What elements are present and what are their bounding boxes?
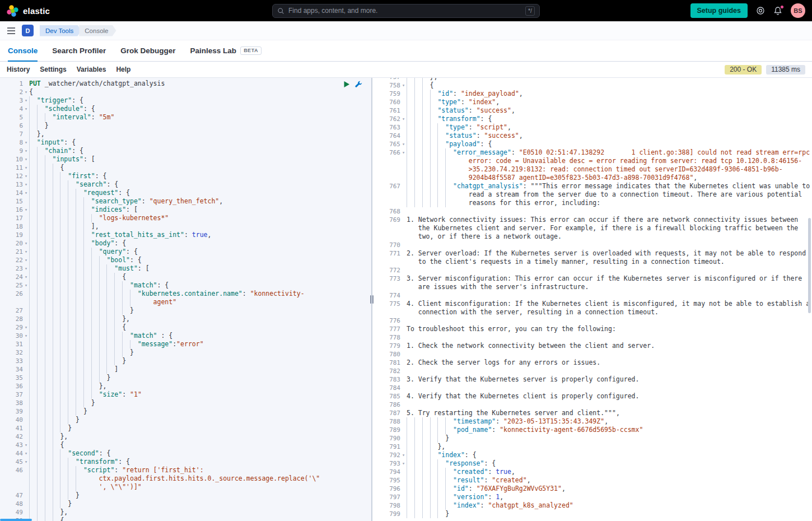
line-number: 766▾ (375, 148, 407, 157)
code-line: 788▾"timestamp": "2023-05-13T15:35:43.34… (375, 417, 812, 426)
line-number: 788▾ (375, 417, 407, 426)
line-number: 22▾ (3, 256, 29, 264)
tab-painless-lab[interactable]: Painless LabBETA (190, 40, 262, 62)
line-number: 784▾ (375, 384, 407, 392)
fold-toggle-icon[interactable]: ▾ (23, 332, 29, 340)
line-number: 39▾ (3, 407, 29, 416)
toolbar-link-history[interactable]: History (7, 66, 30, 73)
code-line: 24▾{ (3, 273, 371, 281)
console-editor: 1▾PUT _watcher/watch/chatgpt_analysis2▾{… (0, 77, 812, 521)
code-line: 797▾"version": 1, (375, 493, 812, 501)
fold-toggle-icon[interactable]: ▾ (400, 451, 407, 459)
fold-toggle-icon[interactable]: ▾ (23, 256, 29, 264)
line-number: 775▾ (375, 300, 407, 308)
fold-toggle-icon[interactable]: ▾ (23, 164, 29, 172)
fold-toggle-icon[interactable]: ▾ (23, 441, 29, 449)
resizer-handle-icon[interactable] (370, 295, 374, 304)
fold-toggle-icon[interactable]: ▾ (23, 96, 29, 105)
deployment-badge[interactable]: D (22, 25, 34, 36)
fold-toggle-icon[interactable]: ▾ (23, 138, 29, 147)
elastic-home-link[interactable]: elastic (7, 5, 50, 17)
code-line: 34▾] (3, 365, 371, 374)
notifications-button[interactable] (773, 6, 782, 15)
line-number: 785▾ (375, 392, 407, 401)
tab-console[interactable]: Console (8, 40, 38, 62)
fold-toggle-icon[interactable]: ▾ (23, 281, 29, 290)
code-line: 25▾"match": { (3, 281, 371, 290)
line-number: 770▾ (375, 241, 407, 249)
fold-toggle-icon[interactable]: ▾ (23, 172, 29, 180)
fold-toggle-icon[interactable]: ▾ (23, 458, 29, 466)
code-line: 48▾} (3, 500, 371, 508)
setup-guides-button[interactable]: Setup guides (690, 3, 748, 18)
line-number: 791▾ (375, 443, 407, 451)
line-number: 17▾ (3, 214, 29, 222)
code-line: 38▾} (3, 399, 371, 407)
code-line: 10▾"inputs": [ (3, 155, 371, 164)
tab-grok-debugger[interactable]: Grok Debugger (120, 40, 175, 62)
fold-toggle-icon[interactable]: ▾ (23, 189, 29, 197)
code-line: 20▾"body": { (3, 239, 371, 248)
send-request-button[interactable] (343, 81, 350, 88)
code-line: 43▾{ (3, 441, 371, 449)
fold-toggle-icon[interactable]: ▾ (23, 180, 29, 189)
line-number: 15▾ (3, 197, 29, 206)
request-options-button[interactable] (355, 81, 362, 88)
search-icon (277, 7, 284, 15)
line-number: 32▾ (3, 348, 29, 357)
code-line: 41▾} (3, 424, 371, 432)
help-button[interactable] (756, 6, 765, 15)
code-line: 18▾], (3, 222, 371, 231)
line-number: 777▾ (375, 325, 407, 333)
line-number: 42▾ (3, 432, 29, 441)
toolbar-link-help[interactable]: Help (116, 66, 130, 73)
fold-toggle-icon[interactable]: ▾ (400, 115, 407, 123)
brand-wordmark: elastic (23, 6, 50, 16)
toolbar-link-variables[interactable]: Variables (77, 66, 106, 73)
fold-toggle-icon[interactable]: ▾ (400, 459, 407, 468)
fold-toggle-icon[interactable]: ▾ (23, 248, 29, 256)
code-line: 792▾"index": { (375, 451, 812, 459)
line-number: 49▾ (3, 508, 29, 517)
horizontal-scrollbar-thumb[interactable] (0, 519, 32, 521)
fold-toggle-icon[interactable]: ▾ (23, 264, 29, 273)
code-line: 46▾"script": "return ['first_hit': ctx.p… (3, 466, 371, 491)
line-number: 765▾ (375, 140, 407, 148)
line-number: 29▾ (3, 323, 29, 332)
line-number: 37▾ (3, 390, 29, 399)
fold-toggle-icon[interactable]: ▾ (23, 105, 29, 113)
fold-toggle-icon[interactable]: ▾ (23, 155, 29, 164)
code-line: 42▾}, (3, 432, 371, 441)
response-pane[interactable]: 757▾},758▾{759▾"id": "index_payload",760… (372, 78, 812, 521)
global-search-input[interactable]: Find apps, content, and more. */ (272, 4, 540, 18)
line-number: 3▾ (3, 96, 29, 105)
fold-toggle-icon[interactable]: ▾ (23, 239, 29, 248)
code-line: 779▾1. Check the network connectivity be… (375, 342, 812, 350)
code-line: 764▾"status": "success", (375, 132, 812, 140)
fold-toggle-icon[interactable]: ▾ (23, 449, 29, 458)
code-line: 19▾"rest_total_hits_as_int": true, (3, 231, 371, 239)
fold-toggle-icon[interactable]: ▾ (23, 206, 29, 214)
vertical-scrollbar-thumb[interactable] (808, 218, 811, 313)
fold-toggle-icon[interactable]: ▾ (400, 81, 407, 90)
line-number: 795▾ (375, 476, 407, 485)
line-number: 28▾ (3, 315, 29, 323)
fold-toggle-icon[interactable]: ▾ (23, 273, 29, 281)
fold-toggle-icon[interactable]: ▾ (400, 148, 407, 157)
menu-button[interactable] (7, 27, 16, 35)
fold-toggle-icon[interactable]: ▾ (23, 147, 29, 155)
code-line: 3▾"trigger": { (3, 96, 371, 105)
fold-toggle-icon[interactable]: ▾ (23, 323, 29, 332)
line-number: 772▾ (375, 266, 407, 275)
code-line: 26▾"kubernetes.container.name": "konnect… (3, 290, 371, 306)
user-avatar[interactable]: BS (791, 3, 805, 18)
code-line: 758▾{ (375, 81, 812, 90)
tab-search-profiler[interactable]: Search Profiler (52, 40, 106, 62)
breadcrumb-dev-tools[interactable]: Dev Tools (40, 25, 81, 36)
toolbar-link-settings[interactable]: Settings (40, 66, 66, 73)
code-line: 15▾"search_type": "query_then_fetch", (3, 197, 371, 206)
pane-resizer[interactable] (371, 78, 372, 521)
fold-toggle-icon[interactable]: ▾ (23, 88, 29, 96)
request-pane[interactable]: 1▾PUT _watcher/watch/chatgpt_analysis2▾{… (0, 78, 371, 521)
fold-toggle-icon[interactable]: ▾ (400, 140, 407, 148)
